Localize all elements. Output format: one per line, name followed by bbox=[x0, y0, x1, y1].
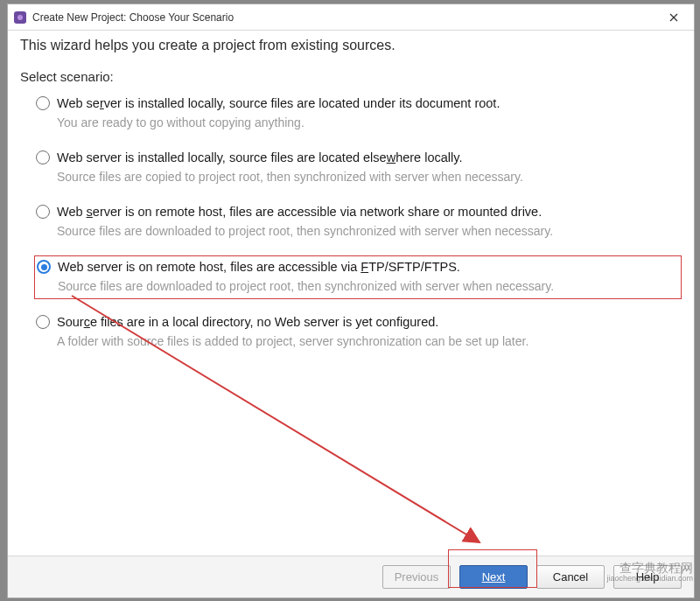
option-description: You are ready to go without copying anyt… bbox=[36, 115, 680, 129]
option-title: Web server is on remote host, files are … bbox=[57, 205, 542, 219]
next-button-label: Next bbox=[482, 570, 506, 584]
option-description: Source files are downloaded to project r… bbox=[36, 224, 680, 238]
close-icon bbox=[669, 13, 678, 22]
dialog-content: This wizard helps you create a project f… bbox=[8, 31, 694, 556]
scenario-option-3[interactable]: Web server is on remote host, files are … bbox=[34, 255, 682, 299]
option-description: Source files are downloaded to project r… bbox=[37, 279, 679, 293]
dialog-footer: Previous Next Cancel Help bbox=[8, 556, 694, 598]
cancel-button-label: Cancel bbox=[553, 570, 588, 584]
scenario-option-1[interactable]: Web server is installed locally, source … bbox=[34, 147, 682, 189]
option-title: Source files are in a local directory, n… bbox=[57, 315, 438, 329]
radio-button[interactable] bbox=[36, 96, 50, 110]
next-button[interactable]: Next bbox=[459, 565, 528, 589]
radio-button[interactable] bbox=[36, 150, 50, 164]
radio-button[interactable] bbox=[37, 260, 51, 274]
help-button[interactable]: Help bbox=[613, 565, 682, 589]
previous-button-label: Previous bbox=[395, 570, 439, 584]
option-title: Web server is installed locally, source … bbox=[57, 150, 462, 164]
select-scenario-label: Select scenario: bbox=[20, 69, 682, 84]
help-button-label: Help bbox=[636, 570, 660, 584]
option-row: Web server is installed locally, source … bbox=[36, 150, 680, 164]
option-row: Web server is on remote host, files are … bbox=[36, 205, 680, 219]
cancel-button[interactable]: Cancel bbox=[536, 565, 605, 589]
option-description: Source files are copied to project root,… bbox=[36, 170, 680, 184]
option-row: Source files are in a local directory, n… bbox=[36, 315, 680, 329]
option-title: Web server is on remote host, files are … bbox=[58, 260, 460, 274]
option-row: Web server is installed locally, source … bbox=[36, 96, 680, 110]
option-row: Web server is on remote host, files are … bbox=[37, 260, 679, 274]
titlebar: Create New Project: Choose Your Scenario bbox=[8, 4, 694, 31]
close-button[interactable] bbox=[659, 8, 689, 27]
dialog-window: Create New Project: Choose Your Scenario… bbox=[7, 3, 695, 598]
scenario-options: Web server is installed locally, source … bbox=[20, 93, 682, 353]
scenario-option-2[interactable]: Web server is on remote host, files are … bbox=[34, 201, 682, 243]
radio-button[interactable] bbox=[36, 315, 50, 329]
option-title: Web server is installed locally, source … bbox=[57, 96, 500, 110]
previous-button: Previous bbox=[382, 565, 451, 589]
window-title: Create New Project: Choose Your Scenario bbox=[32, 11, 659, 24]
scenario-option-0[interactable]: Web server is installed locally, source … bbox=[34, 93, 682, 135]
radio-button[interactable] bbox=[36, 205, 50, 219]
app-icon bbox=[13, 10, 27, 24]
option-description: A folder with source files is added to p… bbox=[36, 334, 680, 348]
wizard-intro: This wizard helps you create a project f… bbox=[20, 38, 682, 53]
scenario-option-4[interactable]: Source files are in a local directory, n… bbox=[34, 311, 682, 353]
svg-point-1 bbox=[18, 15, 23, 20]
